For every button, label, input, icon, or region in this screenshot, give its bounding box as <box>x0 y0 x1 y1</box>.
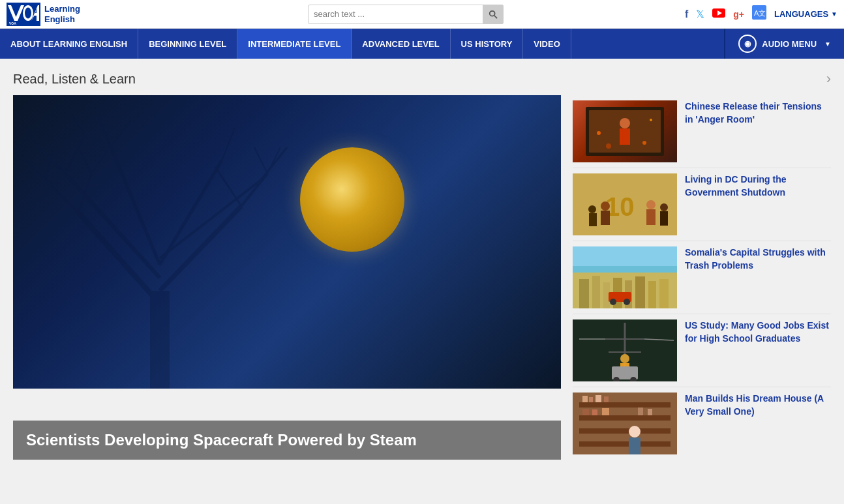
svg-rect-40 <box>620 128 630 145</box>
nav-about[interactable]: ABOUT LEARNING ENGLISH <box>0 29 138 59</box>
search-icon <box>489 10 498 19</box>
svg-rect-48 <box>589 213 597 226</box>
svg-line-31 <box>78 147 91 173</box>
svg-rect-12 <box>150 291 170 389</box>
search-button[interactable] <box>483 5 504 24</box>
languages-button[interactable]: LANGUAGES ▼ <box>774 9 837 19</box>
svg-point-41 <box>597 131 601 135</box>
svg-rect-54 <box>660 211 668 226</box>
story-thumb-somalia <box>573 246 677 308</box>
sidebar-stories: Chinese Release their Tensions in 'Anger… <box>573 95 831 460</box>
house-thumb-svg <box>573 393 677 454</box>
svg-rect-93 <box>648 409 652 415</box>
svg-rect-81 <box>579 402 671 408</box>
anger-room-thumb-svg <box>573 100 677 162</box>
svg-rect-90 <box>592 409 597 415</box>
svg-point-68 <box>624 299 630 305</box>
svg-point-6 <box>490 10 495 16</box>
svg-point-42 <box>650 119 652 121</box>
translate-icon[interactable]: A文 <box>752 5 766 23</box>
svg-rect-52 <box>646 209 656 225</box>
search-area <box>137 5 674 24</box>
svg-text:A文: A文 <box>754 9 766 17</box>
svg-line-29 <box>26 160 46 180</box>
googleplus-icon[interactable]: g+ <box>733 9 744 20</box>
somalia-thumb-svg <box>573 246 677 308</box>
svg-rect-92 <box>638 408 643 415</box>
youtube-icon[interactable] <box>712 7 725 21</box>
jobs-thumb-svg <box>573 319 677 381</box>
voa-logo[interactable]: VOA <box>7 3 40 26</box>
twitter-icon[interactable]: 𝕏 <box>696 8 704 20</box>
section-header: Read, Listen & Learn › <box>0 59 844 95</box>
nav-video[interactable]: VIDEO <box>523 29 571 59</box>
story-item-shutdown[interactable]: 10 Living in DC During the Government Sh… <box>573 168 831 241</box>
story-link-house[interactable]: Man Builds His Dream House (A Very Small… <box>685 393 831 418</box>
story-thumb-jobs <box>573 319 677 381</box>
svg-rect-56 <box>573 266 677 273</box>
story-link-somalia[interactable]: Somalia's Capital Struggles with Trash P… <box>685 246 831 272</box>
svg-rect-63 <box>635 276 645 308</box>
moon-graphic <box>300 147 404 252</box>
content-area: Scientists Developing Spacecraft Powered… <box>0 95 844 473</box>
svg-line-27 <box>222 128 235 160</box>
featured-story[interactable]: Scientists Developing Spacecraft Powered… <box>13 95 561 460</box>
svg-point-67 <box>610 299 616 305</box>
story-thumb-shutdown: 10 <box>573 173 677 235</box>
svg-rect-95 <box>629 437 641 454</box>
svg-point-44 <box>642 141 646 145</box>
nav-ushistory[interactable]: US HISTORY <box>451 29 524 59</box>
svg-point-39 <box>620 118 630 128</box>
svg-line-13 <box>78 213 160 304</box>
svg-line-16 <box>160 160 222 265</box>
svg-rect-91 <box>602 408 609 415</box>
svg-point-75 <box>620 354 629 363</box>
story-item-somalia[interactable]: Somalia's Capital Struggles with Trash P… <box>573 241 831 314</box>
svg-line-36 <box>254 147 267 173</box>
nav-bar: ABOUT LEARNING ENGLISH BEGINNING LEVEL I… <box>0 29 844 59</box>
svg-line-7 <box>494 15 497 18</box>
svg-rect-89 <box>582 409 589 415</box>
audio-icon: ◉ <box>738 35 757 53</box>
svg-rect-64 <box>648 281 656 308</box>
section-title: Read, Listen & Learn <box>13 72 136 87</box>
svg-line-34 <box>72 115 85 134</box>
story-link-jobs[interactable]: US Study: Many Good Jobs Exist for High … <box>685 319 831 345</box>
svg-line-26 <box>215 167 241 206</box>
nav-items: ABOUT LEARNING ENGLISH BEGINNING LEVEL I… <box>0 29 724 59</box>
svg-line-28 <box>261 147 287 180</box>
youtube-svg <box>712 8 725 18</box>
svg-point-51 <box>646 200 656 209</box>
facebook-icon[interactable]: f <box>685 8 688 20</box>
svg-line-17 <box>111 147 160 265</box>
svg-point-49 <box>601 201 610 211</box>
top-bar: VOA Learning English f 𝕏 g+ <box>0 0 844 29</box>
svg-line-24 <box>111 121 130 147</box>
nav-intermediate[interactable]: INTERMEDIATE LEVEL <box>237 29 352 59</box>
site-title[interactable]: Learning English <box>44 4 80 24</box>
svg-rect-50 <box>601 211 610 225</box>
section-chevron-right[interactable]: › <box>826 70 831 87</box>
audio-menu-button[interactable]: ◉ AUDIO MENU ▼ <box>724 29 844 59</box>
audio-menu-chevron: ▼ <box>824 40 831 48</box>
svg-rect-83 <box>579 428 671 434</box>
svg-line-21 <box>39 147 65 173</box>
search-input[interactable] <box>308 5 504 24</box>
svg-point-47 <box>588 205 596 213</box>
featured-caption: Scientists Developing Spacecraft Powered… <box>13 421 561 460</box>
story-item-anger-room[interactable]: Chinese Release their Tensions in 'Anger… <box>573 95 831 168</box>
story-link-shutdown[interactable]: Living in DC During the Government Shutd… <box>685 173 831 199</box>
story-item-jobs[interactable]: US Study: Many Good Jobs Exist for High … <box>573 314 831 387</box>
svg-line-15 <box>65 173 160 278</box>
svg-point-53 <box>660 203 668 211</box>
svg-line-35 <box>267 147 280 173</box>
nav-beginning[interactable]: BEGINNING LEVEL <box>138 29 237 59</box>
story-item-house[interactable]: Man Builds His Dream House (A Very Small… <box>573 387 831 460</box>
nav-advanced[interactable]: ADVANCED LEVEL <box>352 29 450 59</box>
svg-line-20 <box>78 173 91 213</box>
story-link-anger-room[interactable]: Chinese Release their Tensions in 'Anger… <box>685 100 831 126</box>
svg-rect-85 <box>582 396 588 402</box>
svg-rect-65 <box>659 279 669 308</box>
svg-line-33 <box>26 128 39 147</box>
svg-rect-87 <box>595 395 601 402</box>
